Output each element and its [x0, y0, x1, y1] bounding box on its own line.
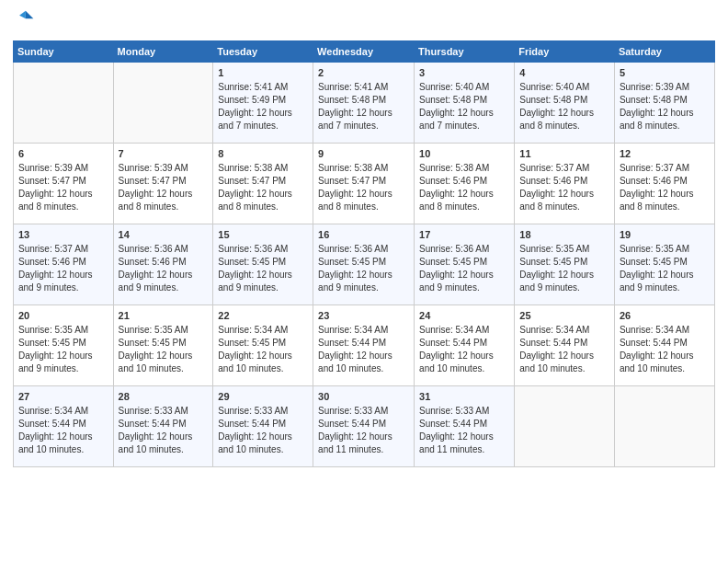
daylight-text: Daylight: 12 hours and 9 minutes. — [419, 270, 494, 293]
daylight-text: Daylight: 12 hours and 9 minutes. — [119, 270, 193, 293]
sunrise-text: Sunrise: 5:33 AM — [318, 406, 388, 416]
day-number: 22 — [218, 309, 308, 323]
daylight-text: Daylight: 12 hours and 10 minutes. — [18, 431, 93, 454]
day-number: 23 — [318, 309, 409, 323]
day-number: 5 — [620, 66, 710, 80]
day-number: 3 — [419, 66, 509, 80]
calendar-cell: 24Sunrise: 5:34 AMSunset: 5:44 PMDayligh… — [415, 305, 515, 386]
weekday-header: Wednesday — [313, 41, 415, 63]
daylight-text: Daylight: 12 hours and 7 minutes. — [218, 108, 292, 131]
day-number: 29 — [218, 390, 308, 404]
calendar-week-row: 6Sunrise: 5:39 AMSunset: 5:47 PMDaylight… — [14, 144, 715, 224]
sunset-text: Sunset: 5:48 PM — [419, 95, 487, 105]
calendar-cell — [14, 63, 114, 144]
calendar-page: SundayMondayTuesdayWednesdayThursdayFrid… — [0, 0, 728, 563]
daylight-text: Daylight: 12 hours and 10 minutes. — [620, 350, 694, 373]
header — [13, 9, 715, 33]
sunset-text: Sunset: 5:49 PM — [218, 95, 286, 105]
calendar-header-row: SundayMondayTuesdayWednesdayThursdayFrid… — [14, 41, 715, 63]
sunset-text: Sunset: 5:44 PM — [419, 338, 487, 348]
calendar-cell: 30Sunrise: 5:33 AMSunset: 5:44 PMDayligh… — [313, 386, 415, 467]
day-number: 2 — [318, 66, 409, 80]
calendar-cell: 4Sunrise: 5:40 AMSunset: 5:48 PMDaylight… — [515, 63, 615, 144]
sunrise-text: Sunrise: 5:36 AM — [318, 244, 388, 254]
sunrise-text: Sunrise: 5:39 AM — [620, 82, 689, 92]
day-number: 18 — [519, 228, 609, 242]
sunrise-text: Sunrise: 5:36 AM — [119, 244, 188, 254]
day-number: 28 — [119, 390, 209, 404]
calendar-cell: 11Sunrise: 5:37 AMSunset: 5:46 PMDayligh… — [515, 144, 615, 224]
day-number: 12 — [620, 147, 710, 161]
day-number: 15 — [218, 228, 308, 242]
calendar-cell: 1Sunrise: 5:41 AMSunset: 5:49 PMDaylight… — [213, 63, 313, 144]
day-number: 1 — [218, 66, 308, 80]
day-number: 11 — [519, 147, 609, 161]
daylight-text: Daylight: 12 hours and 10 minutes. — [218, 431, 292, 454]
sunset-text: Sunset: 5:44 PM — [318, 419, 386, 429]
sunrise-text: Sunrise: 5:33 AM — [119, 406, 188, 416]
daylight-text: Daylight: 12 hours and 8 minutes. — [419, 189, 494, 212]
calendar-cell: 21Sunrise: 5:35 AMSunset: 5:45 PMDayligh… — [113, 305, 213, 386]
sunset-text: Sunset: 5:47 PM — [119, 176, 187, 186]
daylight-text: Daylight: 12 hours and 8 minutes. — [218, 189, 292, 212]
sunrise-text: Sunrise: 5:37 AM — [620, 163, 689, 173]
sunrise-text: Sunrise: 5:40 AM — [519, 82, 589, 92]
sunset-text: Sunset: 5:45 PM — [419, 257, 487, 267]
sunset-text: Sunset: 5:44 PM — [119, 419, 187, 429]
daylight-text: Daylight: 12 hours and 8 minutes. — [519, 108, 594, 131]
sunrise-text: Sunrise: 5:38 AM — [419, 163, 489, 173]
sunrise-text: Sunrise: 5:41 AM — [218, 82, 288, 92]
daylight-text: Daylight: 12 hours and 8 minutes. — [620, 108, 694, 131]
calendar-week-row: 27Sunrise: 5:34 AMSunset: 5:44 PMDayligh… — [14, 386, 715, 467]
weekday-header: Saturday — [614, 41, 714, 63]
svg-marker-0 — [26, 11, 33, 18]
day-number: 6 — [18, 147, 108, 161]
calendar-cell: 18Sunrise: 5:35 AMSunset: 5:45 PMDayligh… — [515, 224, 615, 305]
sunset-text: Sunset: 5:44 PM — [519, 338, 587, 348]
daylight-text: Daylight: 12 hours and 7 minutes. — [318, 108, 392, 131]
calendar-cell: 8Sunrise: 5:38 AMSunset: 5:47 PMDaylight… — [213, 144, 313, 224]
logo — [13, 9, 35, 33]
calendar-cell: 7Sunrise: 5:39 AMSunset: 5:47 PMDaylight… — [113, 144, 213, 224]
day-number: 7 — [119, 147, 209, 161]
calendar-cell: 10Sunrise: 5:38 AMSunset: 5:46 PMDayligh… — [415, 144, 515, 224]
day-number: 8 — [218, 147, 308, 161]
sunrise-text: Sunrise: 5:34 AM — [18, 406, 88, 416]
sunrise-text: Sunrise: 5:33 AM — [419, 406, 489, 416]
calendar-cell: 6Sunrise: 5:39 AMSunset: 5:47 PMDaylight… — [14, 144, 114, 224]
calendar-week-row: 20Sunrise: 5:35 AMSunset: 5:45 PMDayligh… — [14, 305, 715, 386]
daylight-text: Daylight: 12 hours and 10 minutes. — [318, 350, 392, 373]
daylight-text: Daylight: 12 hours and 10 minutes. — [218, 350, 292, 373]
day-number: 13 — [18, 228, 108, 242]
sunrise-text: Sunrise: 5:34 AM — [620, 325, 689, 335]
calendar-cell: 16Sunrise: 5:36 AMSunset: 5:45 PMDayligh… — [313, 224, 415, 305]
sunrise-text: Sunrise: 5:33 AM — [218, 406, 288, 416]
daylight-text: Daylight: 12 hours and 10 minutes. — [119, 431, 193, 454]
calendar-cell — [113, 63, 213, 144]
daylight-text: Daylight: 12 hours and 9 minutes. — [218, 270, 292, 293]
calendar-cell: 23Sunrise: 5:34 AMSunset: 5:44 PMDayligh… — [313, 305, 415, 386]
day-number: 27 — [18, 390, 108, 404]
day-number: 14 — [119, 228, 209, 242]
sunset-text: Sunset: 5:46 PM — [18, 257, 86, 267]
calendar-cell: 29Sunrise: 5:33 AMSunset: 5:44 PMDayligh… — [213, 386, 313, 467]
calendar-cell: 28Sunrise: 5:33 AMSunset: 5:44 PMDayligh… — [113, 386, 213, 467]
daylight-text: Daylight: 12 hours and 9 minutes. — [620, 270, 694, 293]
calendar-cell: 26Sunrise: 5:34 AMSunset: 5:44 PMDayligh… — [614, 305, 714, 386]
sunset-text: Sunset: 5:45 PM — [119, 338, 187, 348]
daylight-text: Daylight: 12 hours and 10 minutes. — [519, 350, 594, 373]
daylight-text: Daylight: 12 hours and 10 minutes. — [119, 350, 193, 373]
calendar-cell: 20Sunrise: 5:35 AMSunset: 5:45 PMDayligh… — [14, 305, 114, 386]
calendar-cell — [515, 386, 615, 467]
sunrise-text: Sunrise: 5:39 AM — [119, 163, 188, 173]
calendar-cell: 31Sunrise: 5:33 AMSunset: 5:44 PMDayligh… — [415, 386, 515, 467]
sunset-text: Sunset: 5:44 PM — [318, 338, 386, 348]
calendar-table: SundayMondayTuesdayWednesdayThursdayFrid… — [13, 40, 715, 467]
sunrise-text: Sunrise: 5:35 AM — [18, 325, 88, 335]
day-number: 17 — [419, 228, 509, 242]
sunset-text: Sunset: 5:47 PM — [18, 176, 86, 186]
daylight-text: Daylight: 12 hours and 11 minutes. — [419, 431, 494, 454]
sunset-text: Sunset: 5:44 PM — [18, 419, 86, 429]
calendar-week-row: 13Sunrise: 5:37 AMSunset: 5:46 PMDayligh… — [14, 224, 715, 305]
sunrise-text: Sunrise: 5:35 AM — [519, 244, 589, 254]
